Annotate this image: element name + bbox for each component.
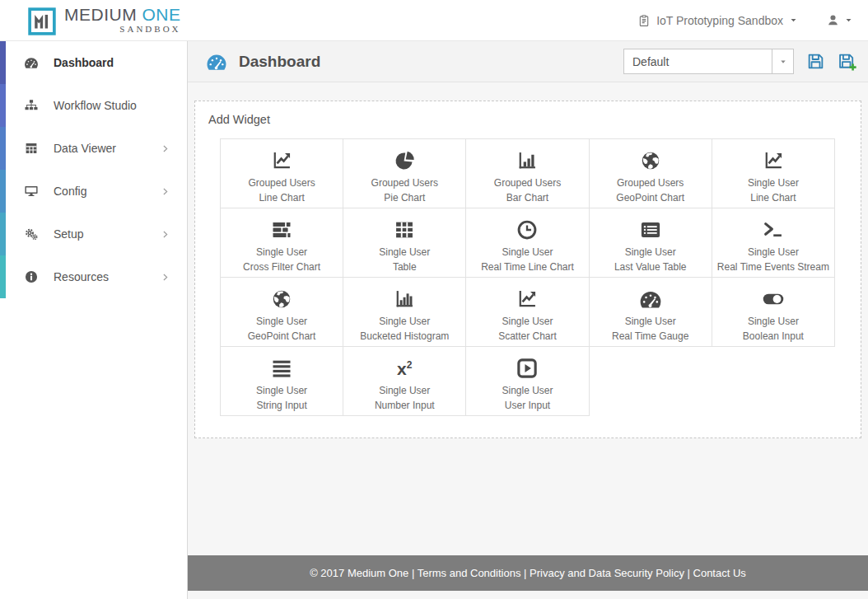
widget-single-user-cross-filter-chart[interactable]: Single User Cross Filter Chart [221,208,343,278]
sidebar: Dashboard Workflow Studio Data Viewer Co… [0,41,188,599]
main-area: Dashboard Default Add Widget Grouped Use… [188,41,868,599]
widget-group-label: Grouped Users [466,177,588,189]
widget-single-user-real-time-line-chart[interactable]: Single User Real Time Line Chart [466,208,589,278]
clipboard-icon [637,14,651,27]
logo-primary: MEDIUM [64,5,137,24]
sidebar-item-workflow-studio[interactable]: Workflow Studio [0,84,187,127]
play-square-icon [466,356,588,381]
widget-group-label: Single User [343,385,465,396]
info-icon [24,269,39,284]
list-table-icon [590,218,712,242]
footer-link-contact-us[interactable]: Contact Us [693,567,746,579]
widget-single-user-user-input[interactable]: Single User User Input [466,347,589,416]
sidebar-item-resources[interactable]: Resources [0,255,187,298]
sitemap-icon [24,98,39,113]
line-chart-icon [712,148,834,173]
clock-icon [466,218,588,242]
toggle-icon [712,287,834,311]
widget-single-user-real-time-events-stream[interactable]: Single User Real Time Events Stream [712,208,835,278]
widget-single-user-line-chart[interactable]: Single User Line Chart [712,139,835,208]
globe-icon [221,287,343,311]
content: Add Widget Grouped Users Line Chart Grou… [188,82,868,555]
sidebar-color-stripe [0,213,6,255]
medium-one-logo: MEDIUM ONE SANDBOX [28,5,181,35]
widget-grouped-users-pie-chart[interactable]: Grouped Users Pie Chart [343,139,466,208]
terminal-icon [712,218,834,242]
widget-single-user-boolean-input[interactable]: Single User Boolean Input [712,278,835,347]
footer-link-privacy-and-data-security-policy[interactable]: Privacy and Data Security Policy [530,567,684,579]
sidebar-item-setup[interactable]: Setup [0,213,187,255]
user-menu[interactable] [826,13,853,27]
chevron-down-icon [779,58,787,66]
widget-grouped-users-line-chart[interactable]: Grouped Users Line Chart [221,139,343,208]
sandbox-selector-label: IoT Prototyping Sandbox [656,14,783,27]
dashboard-select[interactable]: Default [623,49,794,74]
footer: © 2017 Medium One | Terms and Conditions… [188,555,868,591]
add-widget-panel: Add Widget Grouped Users Line Chart Grou… [194,101,861,438]
sidebar-item-config[interactable]: Config [0,170,187,213]
widget-type-label: User Input [466,400,588,411]
sandbox-selector[interactable]: IoT Prototyping Sandbox [637,14,798,27]
footer-link-terms-and-conditions[interactable]: Terms and Conditions [418,567,521,579]
widget-group-label: Grouped Users [590,177,712,189]
bar-chart-icon [466,148,588,173]
footer-links: © 2017 Medium One | Terms and Conditions… [310,567,746,579]
dashboard-gauge-icon [206,51,227,73]
chevron-right-icon [160,143,170,154]
widget-type-label: Bar Chart [466,192,588,204]
sidebar-nav: Dashboard Workflow Studio Data Viewer Co… [0,41,187,298]
sidebar-item-dashboard[interactable]: Dashboard [0,41,187,84]
widget-group-label: Single User [712,246,834,258]
widget-type-label: Cross Filter Chart [221,261,343,273]
widget-single-user-scatter-chart[interactable]: Single User Scatter Chart [466,278,589,347]
widget-type-label: Number Input [343,400,465,411]
widget-group-label: Single User [466,246,588,258]
save-dashboard-as-new-button[interactable] [838,52,856,71]
widget-group-label: Single User [221,316,343,327]
widget-type-label: Real Time Line Chart [466,261,588,273]
widget-type-label: Line Chart [221,192,343,204]
chevron-down-icon [789,16,798,25]
footer-copyright: © 2017 Medium One [310,567,408,579]
widget-single-user-table[interactable]: Single User Table [343,208,466,278]
widget-single-user-bucketed-histogram[interactable]: Single User Bucketed Histogram [343,278,466,347]
save-dashboard-button[interactable] [806,52,825,71]
widget-group-label: Grouped Users [343,177,465,189]
widget-type-label: Boolean Input [712,330,834,342]
page-title: Dashboard [239,53,320,71]
histogram-icon [343,287,465,311]
medium-one-logo-icon [28,7,56,35]
sidebar-item-label: Data Viewer [54,142,116,155]
globe-icon [590,148,712,173]
desktop-icon [24,184,39,199]
widget-group-label: Single User [466,316,588,327]
widget-grouped-users-geopoint-chart[interactable]: Grouped Users GeoPoint Chart [590,139,712,208]
add-widget-title: Add Widget [195,113,861,126]
sidebar-item-label: Config [54,185,86,198]
sidebar-item-label: Dashboard [54,56,114,69]
select-caret[interactable] [772,49,793,73]
widget-single-user-geopoint-chart[interactable]: Single User GeoPoint Chart [221,278,343,347]
logo-subtitle: SANDBOX [64,24,181,34]
widget-type-label: Scatter Chart [466,330,588,342]
widget-single-user-last-value-table[interactable]: Single User Last Value Table [590,208,712,278]
widget-group-label: Single User [466,385,588,396]
main-header: Dashboard Default [188,41,868,82]
gears-icon [24,227,39,241]
widget-type-label: Last Value Table [590,261,712,273]
widget-type-label: Pie Chart [343,192,465,204]
widget-single-user-number-input[interactable]: x2 Single User Number Input [343,347,466,416]
cross-filter-icon [221,218,343,242]
sidebar-item-data-viewer[interactable]: Data Viewer [0,127,187,170]
widget-group-label: Single User [712,316,834,327]
widget-type-label: Real Time Gauge [590,330,712,342]
top-bar: MEDIUM ONE SANDBOX IoT Prototyping Sandb… [0,0,868,41]
widget-single-user-real-time-gauge[interactable]: Single User Real Time Gauge [590,278,712,347]
widget-single-user-string-input[interactable]: Single User String Input [221,347,343,416]
widget-type-label: String Input [221,400,343,411]
widget-type-label: GeoPoint Chart [221,330,343,342]
widget-grouped-users-bar-chart[interactable]: Grouped Users Bar Chart [466,139,589,208]
logo-accent: ONE [142,5,181,24]
sidebar-item-label: Resources [54,270,109,283]
widget-group-label: Single User [590,316,712,327]
